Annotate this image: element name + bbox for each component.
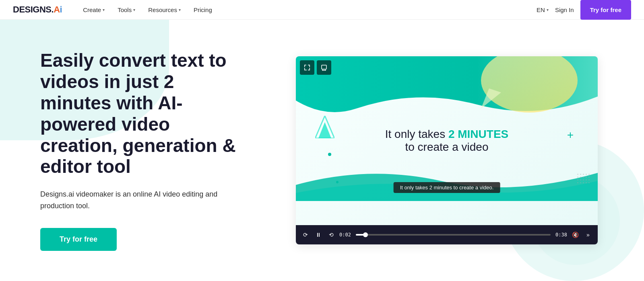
fast-forward-icon[interactable]: » <box>583 230 593 240</box>
video-player: + It only takes 2 MINUTES to create a vi… <box>296 56 598 244</box>
current-time: 0:02 <box>339 232 351 238</box>
forward-icon[interactable]: ⟲ <box>326 230 336 240</box>
dots-pattern <box>577 174 590 185</box>
subtitle-bar: It only takes 2 minutes to create a vide… <box>394 182 500 193</box>
video-canvas: + It only takes 2 MINUTES to create a vi… <box>296 56 598 225</box>
video-controls: ⟳ ⏸ ⟲ 0:02 0:38 🔇 » <box>296 225 598 244</box>
chevron-down-icon: ▾ <box>179 8 181 12</box>
video-text-line1: It only takes 2 MINUTES <box>385 128 509 141</box>
hero-left-content: Easily convert text to videos in just 2 … <box>0 34 274 267</box>
hero-title: Easily convert text to videos in just 2 … <box>40 50 250 177</box>
chevron-down-icon: ▾ <box>547 8 549 12</box>
video-toolbar <box>300 60 331 75</box>
nav-items: Create ▾ Tools ▾ Resources ▾ Pricing <box>78 4 537 16</box>
pause-button[interactable]: ⏸ <box>314 230 323 240</box>
resize-icon[interactable] <box>300 60 314 75</box>
hero-try-free-button[interactable]: Try for free <box>40 228 117 251</box>
nav-right: EN ▾ Sign In Try for free <box>537 0 631 20</box>
navigation: DESIGNS.Ai Create ▾ Tools ▾ Resources ▾ … <box>0 0 644 20</box>
wave-bottom <box>296 153 598 201</box>
hero-section: Easily convert text to videos in just 2 … <box>0 20 644 281</box>
progress-bar[interactable] <box>356 234 551 236</box>
nav-item-resources[interactable]: Resources ▾ <box>143 4 186 16</box>
dot-decoration2 <box>336 181 339 183</box>
video-center-text: It only takes 2 MINUTES to create a vide… <box>385 128 509 154</box>
logo[interactable]: DESIGNS.Ai <box>13 4 62 15</box>
chevron-down-icon: ▾ <box>103 8 105 12</box>
nav-item-tools[interactable]: Tools ▾ <box>113 4 140 16</box>
svg-rect-0 <box>322 65 326 69</box>
fullscreen-icon[interactable] <box>317 60 331 75</box>
dot-decoration <box>328 153 331 156</box>
nav-try-free-button[interactable]: Try for free <box>580 0 631 20</box>
nav-item-create[interactable]: Create ▾ <box>78 4 109 16</box>
video-text-line2: to create a video <box>385 141 509 154</box>
volume-icon[interactable]: 🔇 <box>570 230 580 240</box>
video-highlight-text: 2 MINUTES <box>448 128 508 140</box>
plus-decoration: + <box>567 129 574 142</box>
wave-top <box>296 56 598 121</box>
sign-in-button[interactable]: Sign In <box>555 6 574 13</box>
logo-text: DESIGNS.Ai <box>13 4 62 15</box>
nav-item-pricing[interactable]: Pricing <box>189 4 217 16</box>
svg-marker-4 <box>318 122 331 138</box>
progress-thumb <box>363 232 368 237</box>
hero-right-content: + It only takes 2 MINUTES to create a vi… <box>274 56 644 244</box>
hero-description: Designs.ai videomaker is an online AI vi… <box>40 189 250 212</box>
language-selector[interactable]: EN ▾ <box>537 6 549 13</box>
chevron-down-icon: ▾ <box>133 8 135 12</box>
total-time: 0:38 <box>555 232 567 238</box>
rewind-icon[interactable]: ⟳ <box>301 230 310 240</box>
